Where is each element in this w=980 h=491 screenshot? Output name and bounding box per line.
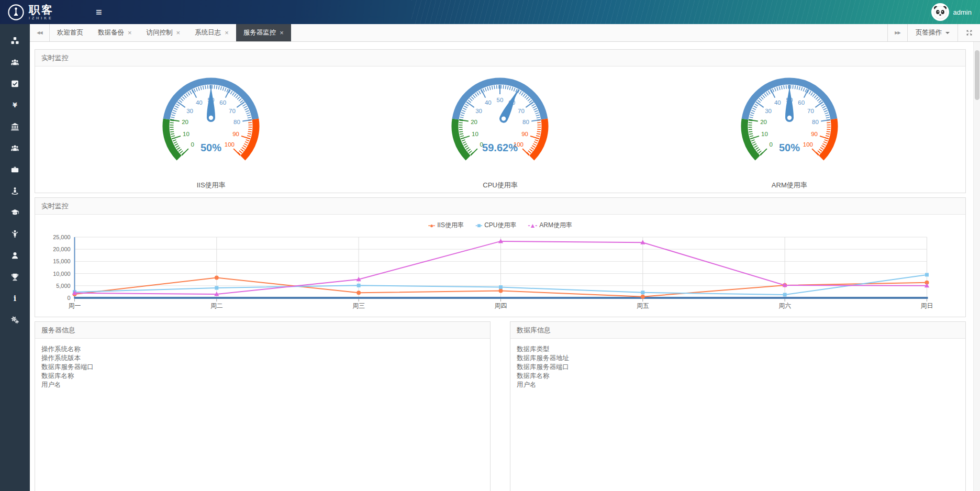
sidebar-item-user-group[interactable] (10, 144, 19, 152)
svg-text:周六: 周六 (778, 302, 791, 309)
svg-text:周四: 周四 (495, 302, 507, 309)
top-navbar: 职客 IZHIKE ≡ admin (0, 0, 980, 24)
app-window: 职客 IZHIKE ≡ admin ¥i (0, 0, 980, 491)
info-item: 操作系统名称 (41, 345, 490, 354)
main-area: ◀◀ 欢迎首页数据备份×访问控制×系统日志×服务器监控× ▶▶ 页签操作 实时监… (30, 24, 980, 491)
tab-close-icon[interactable]: × (176, 29, 181, 36)
sidebar-item-user[interactable] (10, 251, 19, 260)
sidebar-item-check-square[interactable] (10, 80, 19, 88)
svg-text:20: 20 (760, 119, 767, 125)
server-info-title: 服务器信息 (35, 322, 490, 339)
info-item: 用户名 (41, 381, 490, 389)
tab-系统日志[interactable]: 系统日志× (187, 24, 236, 41)
gears-icon (10, 316, 19, 324)
server-info-panel: 服务器信息 操作系统名称操作系统版本数据库服务器端口数据库名称用户名 (35, 321, 491, 491)
svg-text:25,000: 25,000 (53, 234, 70, 240)
avatar (931, 3, 949, 21)
sidebar-item-user-group[interactable] (10, 58, 19, 66)
gauge-value: 50% (779, 142, 800, 153)
tabs-scroll-left-icon[interactable]: ◀◀ (30, 24, 50, 41)
tab-close-icon[interactable]: × (225, 29, 229, 36)
info-icon: i (10, 294, 19, 303)
bank-icon (10, 122, 19, 131)
tab-label: 访问控制 (147, 28, 173, 37)
sidebar-item-bank[interactable] (10, 122, 19, 131)
app-logo[interactable]: 职客 IZHIKE (0, 4, 54, 21)
vertical-scrollbar[interactable] (973, 42, 980, 491)
tab-label: 数据备份 (98, 28, 124, 37)
logo-main: 职客 (29, 4, 54, 15)
sidebar-item-child[interactable] (10, 230, 19, 238)
info-item: 数据库名称 (41, 372, 490, 381)
street-view-icon (10, 187, 19, 195)
chart-panel: 实时监控 -●-IIS使用率-■-CPU使用率-▲-ARM使用率 05,0001… (35, 197, 966, 317)
svg-text:60: 60 (219, 99, 226, 106)
square-marker-icon: -■- (475, 222, 482, 229)
panda-avatar-image (932, 4, 948, 20)
gauges-panel-title: 实时监控 (35, 50, 965, 66)
tab-bar: ◀◀ 欢迎首页数据备份×访问控制×系统日志×服务器监控× ▶▶ 页签操作 (30, 24, 980, 42)
server-info-list: 操作系统名称操作系统版本数据库服务器端口数据库名称用户名 (35, 345, 490, 389)
briefcase-icon (10, 165, 19, 174)
svg-text:5,000: 5,000 (56, 283, 70, 289)
child-icon (10, 230, 19, 238)
svg-text:20,000: 20,000 (53, 246, 70, 252)
tabbar-actions: ▶▶ 页签操作 (887, 24, 980, 41)
svg-text:0: 0 (67, 295, 70, 301)
svg-text:80: 80 (233, 119, 240, 125)
info-item: 数据库服务器端口 (517, 363, 965, 372)
fullscreen-button[interactable] (957, 24, 980, 41)
svg-text:¥: ¥ (13, 101, 17, 109)
svg-text:40: 40 (774, 99, 781, 106)
sidebar-item-briefcase[interactable] (10, 165, 19, 174)
tab-close-icon[interactable]: × (128, 29, 132, 36)
svg-text:周五: 周五 (637, 302, 649, 309)
menu-toggle-icon[interactable]: ≡ (96, 0, 102, 24)
tab-operations-dropdown[interactable]: 页签操作 (907, 24, 957, 41)
tab-服务器监控[interactable]: 服务器监控× (236, 24, 291, 41)
circle-marker-icon: -●- (428, 222, 435, 229)
scrollbar-thumb[interactable] (975, 50, 979, 100)
info-item: 数据库服务器地址 (517, 354, 965, 363)
tab-close-icon[interactable]: × (280, 29, 284, 36)
chart-body: -●-IIS使用率-■-CPU使用率-▲-ARM使用率 05,00010,000… (35, 221, 965, 317)
svg-text:20: 20 (471, 119, 478, 125)
svg-text:60: 60 (798, 99, 805, 106)
legend-item-ARM使用率[interactable]: -▲-ARM使用率 (528, 221, 572, 230)
svg-text:90: 90 (522, 131, 529, 137)
info-item: 数据库名称 (517, 372, 965, 381)
tab-访问控制[interactable]: 访问控制× (139, 24, 188, 41)
gauge-IIS使用率: 010203040506070809010050%IIS使用率 (138, 71, 284, 190)
user-menu[interactable]: admin (931, 3, 980, 21)
svg-text:0: 0 (191, 141, 194, 148)
svg-text:10: 10 (183, 131, 190, 137)
tabs-scroll-right-icon[interactable]: ▶▶ (887, 24, 907, 41)
sidebar-item-gears[interactable] (10, 316, 19, 324)
legend-item-CPU使用率[interactable]: -■-CPU使用率 (475, 221, 517, 230)
sidebar-item-cubes[interactable] (10, 37, 19, 45)
gauge-dial: 010203040506070809010050% (716, 71, 863, 175)
legend-label: ARM使用率 (539, 221, 572, 230)
sidebar-item-info[interactable]: i (10, 294, 19, 303)
gauge-label: IIS使用率 (197, 181, 226, 190)
gauge-CPU使用率: 010203040506070809010059.62%CPU使用率 (427, 71, 573, 190)
cubes-icon (10, 37, 19, 45)
db-info-list: 数据库类型数据库服务器地址数据库服务器端口数据库名称用户名 (510, 345, 965, 389)
legend-item-IIS使用率[interactable]: -●-IIS使用率 (428, 221, 464, 230)
svg-text:20: 20 (182, 119, 188, 125)
tab-欢迎首页[interactable]: 欢迎首页 (50, 24, 91, 41)
info-panels-row: 服务器信息 操作系统名称操作系统版本数据库服务器端口数据库名称用户名 数据库信息… (35, 321, 966, 491)
svg-text:70: 70 (518, 108, 525, 114)
svg-text:90: 90 (232, 131, 239, 137)
user-group-icon (10, 58, 19, 66)
svg-text:100: 100 (225, 141, 235, 148)
sidebar-item-yen[interactable]: ¥ (10, 101, 19, 109)
sidebar-item-trophy[interactable] (10, 273, 19, 281)
sidebar-item-street-view[interactable] (10, 187, 19, 195)
tab-数据备份[interactable]: 数据备份× (91, 24, 139, 41)
gauges-panel: 实时监控 010203040506070809010050%IIS使用率0102… (35, 49, 966, 193)
sidebar-item-graduation-cap[interactable] (10, 208, 19, 217)
gauge-dial: 010203040506070809010059.62% (427, 71, 573, 175)
graduation-cap-icon (10, 208, 19, 217)
svg-text:30: 30 (765, 108, 772, 114)
